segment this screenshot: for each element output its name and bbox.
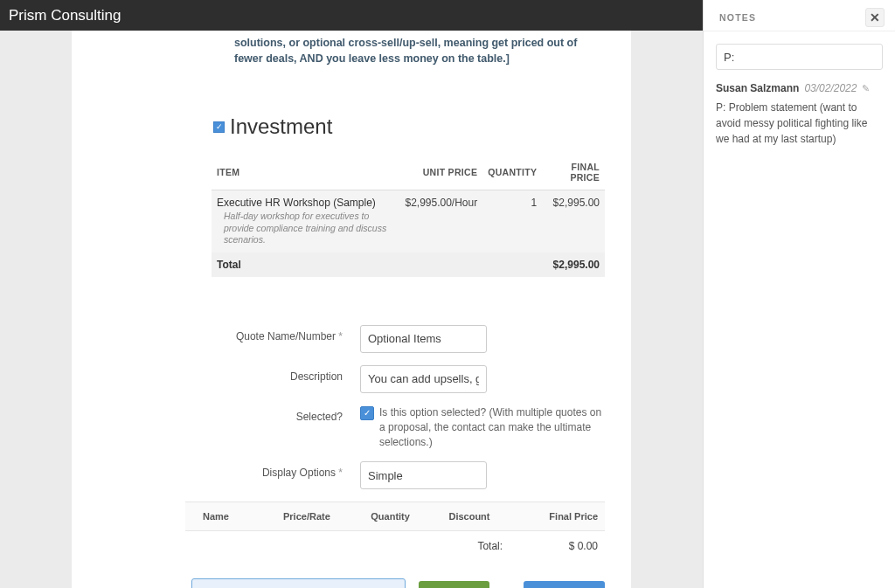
item-desc: Half-day workshop for executives to prov… <box>217 211 394 246</box>
selected-checkbox[interactable]: ✓ <box>360 406 374 420</box>
col-price: Price/Rate <box>261 502 351 531</box>
line-total-value: $ 0.00 <box>510 531 605 562</box>
total-label: Total <box>212 252 399 277</box>
investment-heading: ✓ Investment <box>213 114 631 139</box>
section-checkbox-icon[interactable]: ✓ <box>213 121 225 133</box>
quote-name-label: Quote Name/Number * <box>98 325 360 342</box>
notes-close-button[interactable]: ✕ <box>865 8 885 27</box>
company-title: Prism Consulting <box>9 7 121 24</box>
col-unit-price: UNIT PRICE <box>399 155 482 190</box>
add-item-row: ☟ Add Item Add Group <box>191 578 605 588</box>
description-label: Description <box>98 365 360 383</box>
table-row: Executive HR Workshop (Sample) Half-day … <box>212 190 605 252</box>
notes-panel-label: NOTES <box>719 12 756 23</box>
note-author: Susan Salzmann <box>716 82 799 94</box>
display-options-input[interactable] <box>360 461 487 489</box>
item-unit-price: $2,995.00/Hour <box>399 190 482 252</box>
total-value: $2,995.00 <box>542 252 605 277</box>
line-items-table: Name Price/Rate Quantity Discount Final … <box>185 502 605 561</box>
notes-input[interactable] <box>716 44 883 70</box>
notes-panel: NOTES ✕ Susan Salzmann 03/02/2022 ✎ P: P… <box>703 0 895 588</box>
investment-table: ITEM UNIT PRICE QUANTITY FINAL PRICE Exe… <box>212 155 605 277</box>
note-date: 03/02/2022 <box>804 82 857 94</box>
selected-help: Is this option selected? (With multiple … <box>379 405 605 449</box>
col-final-price: FINAL PRICE <box>542 155 605 190</box>
line-total-label: Total: <box>429 531 510 562</box>
item-quantity: 1 <box>482 190 542 252</box>
quote-form: Quote Name/Number * Description Selected… <box>98 325 605 489</box>
col-item: ITEM <box>212 155 399 190</box>
item-select-input[interactable] <box>191 578 406 588</box>
col-final: Final Price <box>510 502 605 531</box>
col-discount: Discount <box>429 502 510 531</box>
pencil-icon[interactable]: ✎ <box>862 83 870 94</box>
quote-name-input[interactable] <box>360 325 487 353</box>
investment-title: Investment <box>230 114 332 139</box>
add-group-button[interactable]: Add Group <box>524 581 605 588</box>
col-quantity: QUANTITY <box>482 155 542 190</box>
intro-paragraph: solutions, or optional cross-sell/up-sel… <box>72 36 631 66</box>
col-qty: Quantity <box>351 502 429 531</box>
item-name: Executive HR Workshop (Sample) <box>217 197 394 209</box>
display-options-label: Display Options * <box>98 461 360 479</box>
proposal-document: solutions, or optional cross-sell/up-sel… <box>72 31 631 588</box>
add-item-button[interactable]: Add Item <box>419 581 489 588</box>
item-final-price: $2,995.00 <box>542 190 605 252</box>
note-text: P: Problem statement (want to avoid mess… <box>716 100 883 147</box>
selected-label: Selected? <box>98 405 360 423</box>
col-name: Name <box>185 502 261 531</box>
description-input[interactable] <box>360 365 487 393</box>
